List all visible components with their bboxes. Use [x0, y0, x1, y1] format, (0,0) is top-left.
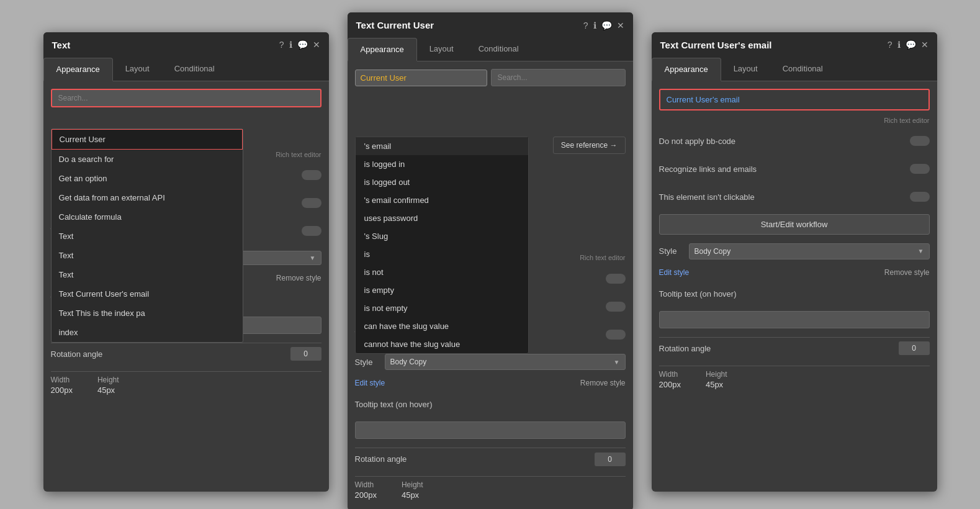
toggle-links-2[interactable]: [606, 302, 626, 312]
rotation-row-3: Rotation angle: [659, 337, 930, 359]
dropdown-item-text-3[interactable]: Text: [52, 265, 243, 284]
remove-style-1[interactable]: Remove style: [276, 274, 321, 282]
expression-field-2[interactable]: Current User: [355, 70, 487, 86]
chat-icon-2[interactable]: 💬: [601, 20, 612, 30]
question-icon-1[interactable]: ?: [279, 40, 284, 50]
p2-item-is-not[interactable]: is not: [356, 263, 528, 281]
chevron-style-1: ▼: [310, 254, 316, 261]
panel-icons-2: ? ℹ 💬 ✕: [583, 20, 624, 30]
p2-item-slug[interactable]: 's Slug: [356, 227, 528, 245]
see-reference-label: See reference →: [561, 141, 618, 150]
tooltip-input-2[interactable]: [355, 421, 626, 439]
panel-title-2: Text Current User: [356, 20, 434, 30]
toggle-links-1[interactable]: [302, 198, 321, 208]
p2-item-no-slug-value[interactable]: cannot have the slug value: [356, 335, 528, 353]
rotation-input-2[interactable]: [595, 453, 626, 466]
panel-icons-3: ? ℹ 💬 ✕: [888, 40, 928, 50]
toggle-row-bb-3: Do not apply bb-code: [659, 130, 930, 152]
panel-body-3: Current User's email Rich text editor Do…: [652, 81, 937, 492]
info-icon-1[interactable]: ℹ: [289, 40, 292, 50]
chat-icon-3[interactable]: 💬: [906, 40, 916, 50]
tab-conditional-3[interactable]: Conditional: [770, 58, 835, 81]
height-label-3: Height: [706, 370, 727, 379]
dropdown-item-get-option[interactable]: Get an option: [52, 169, 243, 188]
tab-appearance-1[interactable]: Appearance: [43, 58, 113, 81]
search-input-1[interactable]: [51, 89, 321, 107]
expr-value-3: Current User's email: [667, 95, 740, 104]
workflow-button-3[interactable]: Start/Edit workflow: [659, 214, 930, 235]
tooltip-input-3[interactable]: [659, 311, 930, 328]
close-icon-1[interactable]: ✕: [313, 40, 320, 50]
tooltip-row-3: Tooltip text (on hover): [659, 283, 930, 305]
question-icon-2[interactable]: ?: [583, 20, 588, 30]
panel-tabs-2: Appearance Layout Conditional: [348, 38, 633, 61]
dropdown-2: 's email is logged in is logged out 's e…: [355, 137, 529, 354]
dropdown-item-text-email[interactable]: Text Current User's email: [52, 284, 243, 304]
edit-style-2[interactable]: Edit style: [355, 379, 385, 387]
dropdown-item-text-1[interactable]: Text: [52, 227, 243, 246]
panel-tabs-3: Appearance Layout Conditional: [652, 58, 937, 81]
panel-text-email: Text Current User's email ? ℹ 💬 ✕ Appear…: [652, 32, 937, 492]
style-select-2[interactable]: Body Copy ▼: [385, 354, 626, 370]
rotation-input-1[interactable]: [290, 347, 321, 361]
rotation-label-3: Rotation angle: [659, 341, 711, 356]
panel-title-1: Text: [52, 40, 71, 50]
remove-style-2[interactable]: Remove style: [580, 379, 626, 387]
close-icon-3[interactable]: ✕: [921, 40, 928, 50]
toggle-row-links-3: Recognize links and emails: [659, 158, 930, 180]
rotation-input-3[interactable]: [899, 341, 930, 355]
style-select-3[interactable]: Body Copy ▼: [689, 243, 930, 259]
toggle-bb-3[interactable]: [910, 136, 930, 146]
p2-item-slug-value[interactable]: can have the slug value: [356, 317, 528, 335]
p2-item-logged-out[interactable]: is logged out: [356, 173, 528, 191]
toggle-click-2[interactable]: [606, 330, 626, 340]
rich-text-label-3: Rich text editor: [884, 117, 929, 124]
dropdown-item-formula[interactable]: Calculate formula: [52, 207, 243, 227]
tab-conditional-2[interactable]: Conditional: [466, 38, 531, 61]
toggle-links-3[interactable]: [910, 164, 930, 174]
dropdown-item-text-2[interactable]: Text: [52, 246, 243, 265]
toggle-click-3[interactable]: [910, 192, 930, 202]
tab-conditional-1[interactable]: Conditional: [162, 58, 227, 81]
p2-item-is-empty[interactable]: is empty: [356, 281, 528, 299]
dropdown-item-current-user[interactable]: Current User: [52, 129, 243, 150]
width-label-1: Width: [51, 376, 73, 384]
tab-appearance-2[interactable]: Appearance: [348, 38, 417, 61]
dropdown-item-text-index[interactable]: Text This is the index pa: [52, 304, 243, 323]
info-icon-3[interactable]: ℹ: [897, 40, 901, 50]
style-value-2: Body Copy: [390, 358, 427, 366]
width-value-1: 200px: [51, 385, 73, 395]
close-icon-2[interactable]: ✕: [617, 20, 624, 30]
remove-style-3[interactable]: Remove style: [884, 268, 930, 277]
question-icon-3[interactable]: ?: [888, 40, 892, 50]
info-icon-2[interactable]: ℹ: [593, 20, 596, 30]
width-label-2: Width: [355, 480, 377, 489]
expression-box-3[interactable]: Current User's email: [659, 89, 930, 110]
see-reference-btn[interactable]: See reference →: [553, 137, 626, 154]
tab-layout-2[interactable]: Layout: [417, 38, 466, 61]
width-value-2: 200px: [355, 490, 377, 500]
p2-item-is-not-empty[interactable]: is not empty: [356, 299, 528, 317]
tab-layout-1[interactable]: Layout: [113, 58, 162, 81]
p2-item-email-confirmed[interactable]: 's email confirmed: [356, 191, 528, 209]
panel-header-3: Text Current User's email ? ℹ 💬 ✕: [652, 32, 937, 58]
tab-layout-3[interactable]: Layout: [721, 58, 770, 81]
toggle-click-1[interactable]: [302, 226, 321, 236]
dropdown-item-external-api[interactable]: Get data from an external API: [52, 188, 243, 207]
height-value-3: 45px: [706, 380, 727, 389]
chat-icon-1[interactable]: 💬: [297, 40, 308, 50]
style-row-3: Style Body Copy ▼: [659, 241, 930, 262]
tab-appearance-3[interactable]: Appearance: [652, 58, 721, 81]
p2-item-uses-password[interactable]: uses password: [356, 209, 528, 227]
search-input-2[interactable]: [491, 69, 626, 86]
toggle-row-click-3: This element isn't clickable: [659, 186, 930, 208]
dropdown-item-search-for[interactable]: Do a search for: [52, 150, 243, 169]
dimensions-row-1: Width 200px Height 45px: [51, 371, 321, 399]
p2-item-logged-in[interactable]: is logged in: [356, 155, 528, 173]
edit-style-3[interactable]: Edit style: [659, 268, 690, 277]
p2-item-is[interactable]: is: [356, 245, 528, 263]
p2-item-email[interactable]: 's email: [356, 137, 528, 155]
toggle-bb-2[interactable]: [606, 274, 626, 284]
toggle-bb-1[interactable]: [302, 170, 321, 180]
dropdown-item-index[interactable]: index: [52, 323, 243, 342]
